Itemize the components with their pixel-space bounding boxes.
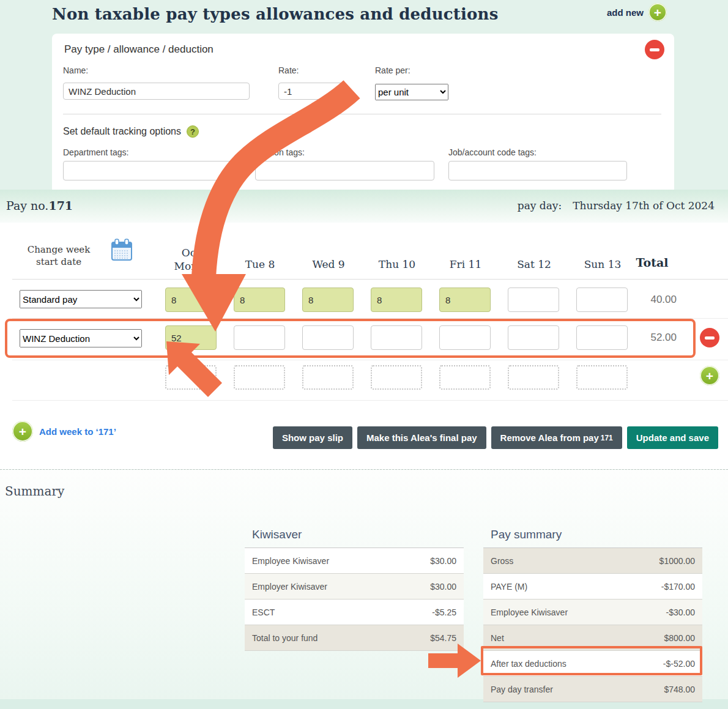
new-cell-sun[interactable] <box>576 365 628 390</box>
pay-number-bar: Pay no.171 pay day: Thursday 17th of Oct… <box>0 190 728 223</box>
table-row: Pay day transfer $748.00 <box>483 677 702 702</box>
new-cell-fri[interactable] <box>439 365 491 390</box>
rate-label: Rate: <box>278 65 299 75</box>
rate-input[interactable] <box>278 83 346 100</box>
day-cell-r1-mon[interactable] <box>165 288 217 312</box>
update-and-save-button[interactable]: Update and save <box>627 426 718 449</box>
help-icon[interactable]: ? <box>187 125 199 138</box>
change-week-label: Change week start date <box>17 243 100 268</box>
new-cell-mon[interactable] <box>165 365 217 390</box>
pay-day: pay day: Thursday 17th of Oct 2024 <box>518 199 715 212</box>
remove-pay-type-icon[interactable] <box>645 40 664 59</box>
form-divider <box>63 114 661 114</box>
remove-row-icon[interactable] <box>700 328 719 347</box>
row-value: $30.00 <box>430 582 456 592</box>
remove-from-pay-button[interactable]: Remove Alea from pay 171 <box>491 426 622 449</box>
summary-heading: Summary <box>5 484 64 499</box>
new-cell-sat[interactable] <box>508 365 559 390</box>
add-new-button[interactable]: add new + <box>607 3 667 21</box>
timesheet-grid: Change week start date Oct Mon 7 Tue 8 W… <box>0 223 728 469</box>
row-value: $1000.00 <box>659 556 695 566</box>
row-value: -$30.00 <box>666 607 695 617</box>
minus-bar <box>650 48 659 51</box>
change-week-line1: Change week <box>17 243 100 256</box>
row-value: $30.00 <box>430 556 456 566</box>
table-row: Gross $1000.00 <box>483 548 702 574</box>
section-tags-label: Section tags: <box>255 147 305 157</box>
remove-from-pay-label: Remove Alea from pay <box>500 432 599 443</box>
column-header-month: Oct <box>164 246 218 259</box>
table-row: Employer Kiwisaver $30.00 <box>245 574 464 599</box>
row-label: Employer Kiwisaver <box>252 582 327 592</box>
table-row-after-tax: After tax deductions -$-52.00 <box>483 651 702 677</box>
change-week-line2: start date <box>17 256 100 268</box>
day-cell-r1-wed[interactable] <box>302 288 354 312</box>
new-cell-wed[interactable] <box>302 365 354 390</box>
day-cell-r1-thu[interactable] <box>371 288 422 312</box>
add-icon[interactable]: + <box>648 3 667 21</box>
row-value: $748.00 <box>664 685 695 694</box>
minus-bar <box>705 336 715 340</box>
new-cell-tue[interactable] <box>234 365 285 390</box>
day-cell-r2-tue[interactable] <box>234 325 285 350</box>
day-cell-r2-wed[interactable] <box>302 325 354 350</box>
day-cell-r1-fri[interactable] <box>439 288 491 312</box>
pay-type-select-row1[interactable]: Standard pay <box>20 290 142 308</box>
row-label: PAYE (M) <box>491 582 527 592</box>
row-value: $800.00 <box>664 633 695 643</box>
row-divider-2 <box>12 360 728 360</box>
column-header-thu: Thu 10 <box>363 258 431 270</box>
add-week-icon[interactable]: + <box>12 421 33 442</box>
payroll-screen: Non taxable pay types allowances and ded… <box>0 0 728 709</box>
day-cell-r2-fri[interactable] <box>439 325 491 350</box>
action-buttons: Show pay slip Make this Alea's final pay… <box>273 426 718 449</box>
column-header-sat: Sat 12 <box>500 258 568 270</box>
tracking-options-title: Set default tracking options ? <box>63 125 199 138</box>
day-cell-r1-tue[interactable] <box>234 288 285 312</box>
department-tags-input[interactable] <box>63 161 243 180</box>
row-label: Employee Kiwisaver <box>252 556 329 566</box>
show-pay-slip-button[interactable]: Show pay slip <box>273 426 352 449</box>
pay-no-value: 171 <box>48 199 73 212</box>
day-cell-r2-mon[interactable] <box>165 325 217 350</box>
row-value: $54.75 <box>430 633 456 643</box>
pay-day-value: Thursday 17th of Oct 2024 <box>573 199 715 212</box>
remove-from-pay-number: 171 <box>601 434 613 442</box>
row-label: Pay day transfer <box>491 685 553 694</box>
row1-total: 40.00 <box>614 294 677 306</box>
day-cell-r1-sat[interactable] <box>508 288 559 312</box>
row-divider-3 <box>12 400 728 401</box>
pay-no-label: Pay no. <box>6 199 48 212</box>
kiwisaver-table: Kiwisaver Employee Kiwisaver $30.00 Empl… <box>245 525 464 651</box>
add-week-control[interactable]: + Add week to ‘171’ <box>12 421 116 442</box>
pay-types-section: Non taxable pay types allowances and ded… <box>0 0 728 190</box>
section-tags-input[interactable] <box>255 161 434 180</box>
update-and-save-label: Update and save <box>636 432 709 443</box>
add-week-link[interactable]: Add week to ‘171’ <box>39 426 116 437</box>
table-row: Net $800.00 <box>483 625 702 651</box>
job-code-tags-input[interactable] <box>448 161 627 180</box>
kiwisaver-title: Kiwisaver <box>245 525 464 548</box>
new-cell-thu[interactable] <box>371 365 422 390</box>
row-label: Gross <box>491 556 513 566</box>
day-cell-r2-sat[interactable] <box>508 325 559 350</box>
pay-type-select-row2[interactable]: WINZ Deduction <box>20 329 142 347</box>
table-row-total: Total to your fund $54.75 <box>245 625 464 651</box>
rate-per-select[interactable]: per unit <box>375 84 448 100</box>
make-final-pay-button[interactable]: Make this Alea's final pay <box>357 426 486 449</box>
day-cell-r2-thu[interactable] <box>371 325 422 350</box>
header-divider <box>12 279 728 280</box>
row-value: -$170.00 <box>661 582 695 592</box>
pay-type-card-title: Pay type / allowance / deduction <box>64 43 214 56</box>
row-label: Employee Kiwisaver <box>491 607 568 617</box>
name-input[interactable] <box>63 83 250 100</box>
table-row: PAYE (M) -$170.00 <box>483 574 702 599</box>
column-header-fri: Fri 11 <box>431 258 500 270</box>
row-divider-1 <box>12 318 728 319</box>
column-header-mon-day: Mon 7 <box>164 259 218 273</box>
pay-day-label: pay day: <box>518 199 562 212</box>
add-row-icon[interactable]: + <box>700 366 719 385</box>
add-new-label: add new <box>607 7 644 18</box>
row2-total: 52.00 <box>614 332 677 344</box>
calendar-icon[interactable] <box>110 238 133 262</box>
